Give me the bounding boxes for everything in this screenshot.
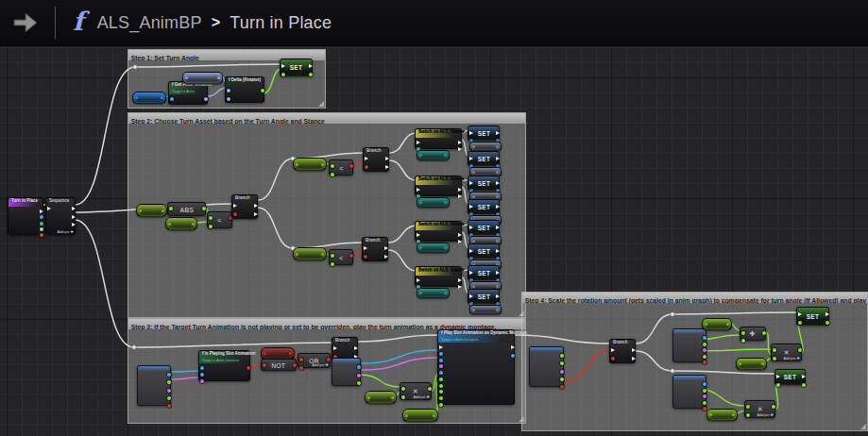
data-pin[interactable] xyxy=(511,354,515,358)
data-pin[interactable] xyxy=(401,387,405,391)
exec-pin[interactable] xyxy=(802,375,806,378)
set-asset-5[interactable]: SET xyxy=(468,220,500,235)
switch-stance-1[interactable]: Switch on ALS_Stance xyxy=(415,128,462,149)
data-pin[interactable] xyxy=(703,348,706,352)
data-pin[interactable] xyxy=(227,89,230,92)
data-pin[interactable] xyxy=(135,96,138,99)
pill-green-turnangle-1[interactable] xyxy=(136,204,167,217)
set-rotation-amount-2[interactable]: SET xyxy=(774,369,806,385)
op-multiply-3[interactable]: ✕Add pin ✚ xyxy=(744,400,775,418)
data-pin[interactable] xyxy=(170,97,174,101)
data-pin[interactable] xyxy=(472,171,475,174)
exec-pin[interactable] xyxy=(233,204,237,208)
data-pin[interactable] xyxy=(439,384,443,388)
fn-play-slot-animation[interactable]: f Play Slot Animation as Dynamic Montage… xyxy=(437,329,515,405)
data-pin[interactable] xyxy=(202,207,206,210)
data-pin[interactable] xyxy=(802,383,806,387)
data-pin[interactable] xyxy=(321,253,324,256)
data-pin[interactable] xyxy=(40,227,43,231)
data-pin[interactable] xyxy=(168,223,171,226)
pill-green-rotamount-1[interactable] xyxy=(702,318,732,330)
data-pin[interactable] xyxy=(40,233,43,237)
data-pin[interactable] xyxy=(726,323,729,326)
data-pin[interactable] xyxy=(405,414,408,417)
exec-pin[interactable] xyxy=(364,246,367,250)
exec-pin[interactable] xyxy=(458,278,462,282)
exec-pin[interactable] xyxy=(458,285,462,289)
pill-green-playrate-1[interactable] xyxy=(365,391,397,404)
op-not[interactable]: NOT xyxy=(261,359,297,371)
exec-pin[interactable] xyxy=(439,345,443,349)
data-pin[interactable] xyxy=(40,215,43,219)
data-pin[interactable] xyxy=(439,359,443,362)
pill-lavender-rotation[interactable] xyxy=(182,72,223,84)
pill-green-angle-r[interactable] xyxy=(293,247,327,260)
op-multiply-2[interactable]: ✕Add pin ✚ xyxy=(771,344,802,361)
data-pin[interactable] xyxy=(309,73,313,76)
comment-step3-title-bar[interactable]: Step 3: If the Target Turn Animation is … xyxy=(128,319,525,329)
comment-step4-resize-grip[interactable] xyxy=(860,424,866,429)
data-pin[interactable] xyxy=(798,348,802,352)
data-pin[interactable] xyxy=(167,404,171,408)
exec-pin[interactable] xyxy=(72,207,76,210)
struct-turn-asset-2[interactable] xyxy=(529,346,564,387)
data-pin[interactable] xyxy=(703,401,706,405)
data-pin[interactable] xyxy=(439,364,443,368)
exec-pin[interactable] xyxy=(458,194,462,198)
data-pin[interactable] xyxy=(296,163,298,166)
exec-pin[interactable] xyxy=(632,348,636,352)
data-pin[interactable] xyxy=(357,381,361,385)
data-pin[interactable] xyxy=(331,164,334,168)
data-pin[interactable] xyxy=(419,154,422,157)
data-pin[interactable] xyxy=(560,377,564,381)
data-pin[interactable] xyxy=(217,76,220,79)
exec-pin[interactable] xyxy=(511,345,515,349)
data-pin[interactable] xyxy=(739,362,741,365)
data-pin[interactable] xyxy=(746,413,750,417)
data-pin[interactable] xyxy=(772,405,775,409)
data-pin[interactable] xyxy=(496,145,499,148)
pill-blue-slotname[interactable] xyxy=(132,92,166,104)
op-or-add-pin[interactable]: Add pin ✚ xyxy=(313,363,329,367)
exec-pin[interactable] xyxy=(417,233,420,237)
exec-pin[interactable] xyxy=(469,181,473,185)
branch-2[interactable]: Branch xyxy=(363,147,389,172)
exec-pin[interactable] xyxy=(417,141,420,144)
data-pin[interactable] xyxy=(439,371,443,375)
data-pin[interactable] xyxy=(289,352,292,355)
graph-canvas[interactable]: Step 1: Set Turn AngleStep 2: Choose Tur… xyxy=(0,45,868,436)
pill-asset-8[interactable] xyxy=(469,305,502,314)
data-pin[interactable] xyxy=(439,352,443,356)
data-pin[interactable] xyxy=(227,97,230,101)
set-rotation-amount-1[interactable]: SET xyxy=(796,307,829,326)
exec-pin[interactable] xyxy=(254,204,258,208)
exec-pin[interactable] xyxy=(469,131,473,135)
data-pin[interactable] xyxy=(496,195,499,198)
branch-1[interactable]: Branch xyxy=(231,194,258,219)
data-pin[interactable] xyxy=(732,413,735,416)
data-pin[interactable] xyxy=(773,348,776,352)
exec-pin[interactable] xyxy=(458,141,462,144)
data-pin[interactable] xyxy=(391,396,394,399)
exec-pin[interactable] xyxy=(458,188,462,192)
exec-pin[interactable] xyxy=(385,157,389,160)
data-pin[interactable] xyxy=(703,389,706,393)
op-multiply-2-add-pin[interactable]: Add pin ✚ xyxy=(784,357,800,361)
data-pin[interactable] xyxy=(703,407,706,411)
data-pin[interactable] xyxy=(200,379,204,383)
pill-green-rotamount-2[interactable] xyxy=(706,409,738,421)
op-less-1[interactable]: < xyxy=(207,211,232,228)
data-pin[interactable] xyxy=(161,96,163,99)
data-pin[interactable] xyxy=(167,380,171,384)
exec-pin[interactable] xyxy=(496,181,500,185)
struct-anim-select[interactable] xyxy=(332,358,361,386)
exec-pin[interactable] xyxy=(496,131,500,135)
set-asset-3[interactable]: SET xyxy=(468,176,500,191)
data-pin[interactable] xyxy=(200,366,204,370)
exec-pin[interactable] xyxy=(798,312,802,316)
data-pin[interactable] xyxy=(472,195,475,198)
op-or[interactable]: ORAdd pin ✚ xyxy=(298,353,331,368)
data-pin[interactable] xyxy=(419,201,422,204)
data-pin[interactable] xyxy=(200,373,204,377)
pill-green-angle-l[interactable] xyxy=(293,158,327,171)
